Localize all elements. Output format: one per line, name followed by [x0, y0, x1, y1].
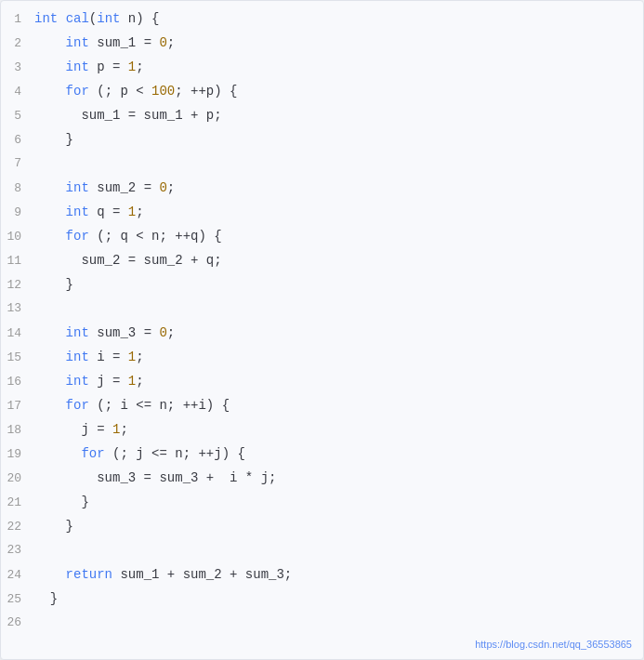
line-content: for (; q < n; ++q) { [34, 229, 643, 244]
code-line: 20 sum_3 = sum_3 + i * j; [1, 469, 643, 494]
code-line: 5 sum_1 = sum_1 + p; [1, 107, 643, 131]
line-number: 19 [1, 447, 34, 461]
line-number: 20 [1, 471, 34, 485]
code-block: 1int cal(int n) {2 int sum_1 = 0;3 int p… [0, 0, 644, 660]
line-number: 3 [1, 60, 34, 74]
line-content: } [34, 277, 643, 292]
code-line: 10 for (; q < n; ++q) { [1, 228, 643, 252]
line-content: for (; i <= n; ++i) { [34, 398, 643, 413]
code-line: 24 return sum_1 + sum_2 + sum_3; [1, 566, 643, 590]
code-line: 13 [1, 300, 643, 324]
line-content: } [34, 519, 643, 534]
line-content: } [34, 591, 643, 606]
code-line: 9 int q = 1; [1, 204, 643, 228]
line-content: int i = 1; [34, 350, 643, 364]
line-number: 21 [1, 495, 34, 509]
line-number: 13 [1, 301, 34, 315]
code-line: 1int cal(int n) { [1, 10, 643, 34]
line-content: sum_1 = sum_1 + p; [34, 108, 643, 123]
line-number: 18 [1, 423, 34, 437]
code-line: 11 sum_2 = sum_2 + q; [1, 252, 643, 276]
line-number: 22 [1, 520, 34, 534]
code-line: 4 for (; p < 100; ++p) { [1, 83, 643, 107]
code-line: 23 [1, 542, 643, 566]
line-number: 12 [1, 278, 34, 292]
line-content: j = 1; [34, 422, 643, 437]
line-number: 26 [1, 615, 34, 629]
line-number: 17 [1, 399, 34, 413]
line-number: 15 [1, 350, 34, 364]
code-line: 26 [1, 614, 643, 639]
line-number: 23 [1, 543, 34, 557]
code-line: 7 [1, 155, 643, 179]
code-line: 6 } [1, 131, 643, 155]
line-content: int j = 1; [34, 374, 643, 389]
code-line: 2 int sum_1 = 0; [1, 34, 643, 59]
code-line: 14 int sum_3 = 0; [1, 324, 643, 349]
line-content: for (; p < 100; ++p) { [34, 84, 643, 99]
line-content: int sum_3 = 0; [34, 325, 643, 340]
line-number: 16 [1, 375, 34, 389]
watermark: https://blog.csdn.net/qq_36553865 [475, 639, 632, 650]
line-content: int p = 1; [34, 59, 643, 74]
line-content: } [34, 495, 643, 509]
line-number: 4 [1, 85, 34, 99]
code-line: 17 for (; i <= n; ++i) { [1, 397, 643, 421]
line-number: 1 [1, 12, 34, 26]
code-line: 19 for (; j <= n; ++j) { [1, 445, 643, 469]
line-number: 10 [1, 230, 34, 244]
code-line: 16 int j = 1; [1, 373, 643, 397]
line-content: int sum_2 = 0; [34, 180, 643, 195]
line-content: int cal(int n) { [34, 11, 643, 26]
line-number: 2 [1, 36, 34, 50]
line-content: return sum_1 + sum_2 + sum_3; [34, 567, 643, 582]
line-content: } [34, 132, 643, 147]
line-number: 8 [1, 181, 34, 195]
line-number: 9 [1, 205, 34, 219]
code-line: 21 } [1, 494, 643, 518]
line-content: int sum_1 = 0; [34, 35, 643, 50]
line-number: 24 [1, 568, 34, 582]
code-line: 18 j = 1; [1, 421, 643, 445]
line-number: 7 [1, 156, 34, 170]
line-number: 5 [1, 109, 34, 123]
code-line: 12 } [1, 276, 643, 300]
code-line: 3 int p = 1; [1, 59, 643, 83]
code-line: 25 } [1, 590, 643, 614]
code-line: 22 } [1, 518, 643, 542]
code-line: 8 int sum_2 = 0; [1, 179, 643, 204]
line-number: 14 [1, 326, 34, 340]
code-line: 15 int i = 1; [1, 349, 643, 373]
line-number: 11 [1, 254, 34, 268]
line-content: sum_2 = sum_2 + q; [34, 253, 643, 268]
line-number: 6 [1, 133, 34, 147]
line-content: int q = 1; [34, 205, 643, 219]
line-content: for (; j <= n; ++j) { [34, 446, 643, 461]
line-content: sum_3 = sum_3 + i * j; [34, 470, 643, 485]
line-number: 25 [1, 592, 34, 606]
